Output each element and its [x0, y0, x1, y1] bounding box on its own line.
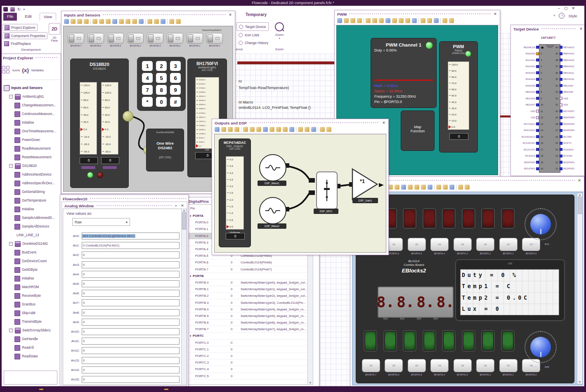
keypad-key[interactable]: 3: [170, 61, 181, 71]
toolbar-icon[interactable]: [71, 19, 76, 24]
toolbar-icon[interactable]: [311, 127, 316, 132]
keypad-key[interactable]: 6: [170, 73, 181, 83]
port-button[interactable]: Off: [499, 238, 517, 251]
toolbar-icon[interactable]: [449, 185, 454, 190]
analog-value-field[interactable]: 0: [82, 319, 180, 326]
keypad-key[interactable]: #: [170, 97, 181, 107]
chip-pin[interactable]: RB0/AN8: [560, 89, 583, 96]
close-icon[interactable]: ✕: [493, 12, 498, 16]
analog-value-field[interactable]: 0: [82, 366, 180, 373]
toolbar-icon[interactable]: [125, 19, 130, 24]
toolbar-icon[interactable]: [106, 19, 111, 24]
chip-pin[interactable]: RE2/AN7: [513, 102, 539, 108]
port-button[interactable]: Off: [430, 238, 449, 251]
chip-pin[interactable]: RD5/PSP5: [560, 121, 583, 127]
toolbar-icon[interactable]: [298, 127, 303, 132]
panel-drag-handle[interactable]: [541, 28, 577, 30]
toolbar-icon[interactable]: [379, 18, 384, 23]
ds18b20-component[interactable]: DS18B20 DS18b20 125.0105.085.065.045.025…: [70, 59, 129, 188]
toolbar-icon[interactable]: [418, 18, 419, 23]
tree-item[interactable]: TransmitByte: [2, 317, 59, 326]
slide-switch[interactable]: $PORTB.0: [206, 33, 223, 47]
toolbar-icon[interactable]: [399, 18, 404, 23]
chip-pin[interactable]: RA4/AN4: [513, 76, 539, 83]
toolbar-icon[interactable]: [434, 18, 439, 23]
tab-edit[interactable]: Edit: [21, 13, 35, 21]
tree-item[interactable]: ContinuousMeasure...: [2, 110, 59, 118]
digital-pin-row[interactable]: ▾PORTB.10SwitchArraySlider1(pin1), keypa…: [188, 286, 308, 293]
chip-pin[interactable]: RB3/AN11: [560, 70, 583, 76]
toolbar-icon[interactable]: [269, 127, 274, 132]
digital-pin-row[interactable]: ▾PORTC: [188, 333, 308, 339]
chip-pin[interactable]: RD1/PSP1: [513, 166, 539, 172]
analog-value-field[interactable]: 0: [82, 347, 180, 354]
tree-item[interactable]: ResetMeasurement: [2, 153, 59, 162]
switch-knob[interactable]: [168, 34, 173, 42]
port-button[interactable]: Off: [430, 359, 449, 372]
port-button[interactable]: Off: [454, 238, 472, 251]
tree-item[interactable]: OneTimeMeasureme...: [2, 127, 59, 136]
switch-knob[interactable]: [69, 34, 74, 42]
tree-item[interactable]: Initialise: [2, 205, 59, 214]
toolbar-icon[interactable]: [145, 19, 146, 24]
close-icon[interactable]: ✕: [381, 120, 386, 125]
chip-pin[interactable]: RB6/AN14: [560, 51, 583, 57]
toolbar-icon[interactable]: [64, 19, 69, 24]
digital-pin-row[interactable]: ▾PORTB: [188, 273, 308, 279]
minimize-icon[interactable]: ▪: [174, 203, 178, 208]
analog-value-field[interactable]: 0: [82, 309, 180, 316]
port-button[interactable]: Off: [362, 359, 380, 372]
tab-view[interactable]: View: [40, 13, 56, 21]
tree-item[interactable]: GetTemperature: [2, 196, 59, 205]
knob-icon[interactable]: [530, 337, 551, 357]
toolbar-icon[interactable]: [436, 185, 441, 190]
tree-item[interactable]: ReadState: [2, 352, 59, 361]
toolbar-icon[interactable]: [161, 19, 165, 24]
dsp-wave1-component[interactable]: [259, 154, 286, 181]
tree-item[interactable]: ReadMeasurement: [2, 144, 59, 153]
tree-item[interactable]: MatchROM: [2, 283, 59, 291]
slide-switch[interactable]: $PORTB.4: [127, 33, 144, 47]
toolbar-icon[interactable]: [344, 18, 349, 23]
close-icon[interactable]: ✕: [180, 203, 185, 208]
close-icon[interactable]: ✕: [228, 12, 233, 17]
chip-pin[interactable]: RC6/TX: [560, 140, 583, 147]
tree-item[interactable]: GetIDByte: [2, 265, 59, 274]
toolbar-icon[interactable]: [408, 185, 413, 190]
digital-pin-row[interactable]: ▾PORTC.40: [188, 366, 308, 373]
switch-knob[interactable]: [109, 34, 114, 42]
view-as-dropdown[interactable]: Raw▾: [72, 218, 130, 226]
tree-item[interactable]: LINK_LINE_13: [2, 231, 59, 239]
switch-knob[interactable]: [188, 34, 193, 42]
digital-pin-row[interactable]: ▾PORTB.30SwitchArraySlider1(pin3), Combo…: [188, 299, 308, 306]
zoom-control[interactable]: Zoom ▾: [270, 22, 288, 40]
map-function-component[interactable]: Map Function: [401, 110, 435, 151]
window-titlebar[interactable]: Flowcode - Dedicated 2D component panels…: [0, 0, 586, 6]
toolbar-icon[interactable]: [256, 127, 261, 132]
style-button[interactable]: Style: [568, 14, 577, 18]
analog-value-field[interactable]: 0: [82, 299, 180, 306]
pot-knob[interactable]: POTAn1: [525, 208, 557, 245]
toolbar-icon[interactable]: [350, 18, 355, 23]
chip-pin[interactable]: RA0/AN0: [513, 51, 539, 57]
tree-item[interactable]: GetDeviceCount: [2, 257, 59, 265]
close-button[interactable]: ✕: [572, 6, 575, 10]
digital-pin-row[interactable]: ▾PORTB.00SwitchArraySlider1(pin0), keypa…: [188, 279, 308, 286]
ribbon-collapse-icon[interactable]: ^: [553, 14, 555, 18]
toolbar-icon[interactable]: [289, 127, 294, 132]
ribbon-checkbox[interactable]: Target Device: [236, 22, 269, 31]
toolbar-icon[interactable]: [412, 18, 417, 23]
chip-pin[interactable]: VSS: [513, 115, 539, 121]
chip-pin[interactable]: VDD: [513, 108, 539, 115]
tree-item[interactable]: DS18B20: [2, 162, 59, 170]
digital-pin-row[interactable]: ▾PORTC.00: [188, 340, 308, 346]
expander-icon[interactable]: ▾: [190, 214, 191, 217]
chip-pin[interactable]: RD0/PSP0: [513, 159, 539, 166]
digital-pin-row[interactable]: ▾PORTB.50SwitchArraySlider1(pin5), keypa…: [188, 313, 308, 319]
icons-view-icon[interactable]: [2, 66, 10, 74]
chip-pin[interactable]: RA5/AN5: [513, 82, 539, 89]
ribbon-button[interactable]: Component Properties: [2, 32, 47, 39]
chip-pin[interactable]: RE0/AN5: [513, 89, 539, 96]
chip-pin[interactable]: VDD: [560, 95, 583, 102]
switch-knob[interactable]: [89, 34, 94, 42]
